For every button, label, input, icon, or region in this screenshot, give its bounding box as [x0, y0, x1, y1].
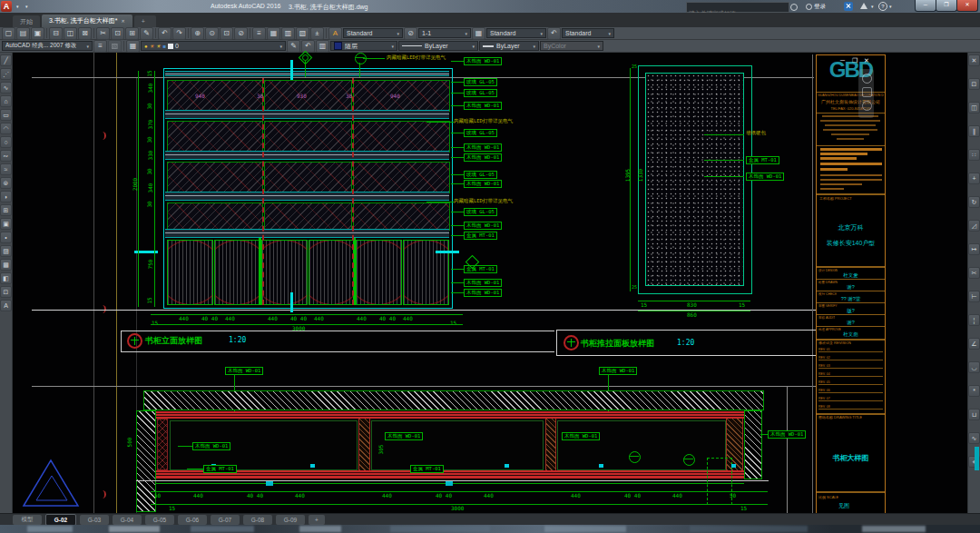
tab-add-layout[interactable]: +	[309, 515, 325, 525]
workspace-settings-icon[interactable]: ≡	[93, 40, 107, 53]
mleader-style-icon[interactable]: ↶	[547, 27, 561, 40]
plot-icon[interactable]: ⊟	[49, 27, 63, 40]
polyline-icon[interactable]: ∿	[0, 82, 12, 94]
copy-icon[interactable]: ⊡	[968, 78, 980, 90]
tab-start[interactable]: 开始	[13, 15, 40, 27]
region-icon[interactable]: ◧	[0, 272, 12, 284]
hatch-icon[interactable]: ▨	[0, 245, 12, 257]
line-icon[interactable]: ╱	[0, 54, 12, 66]
tab-g09[interactable]: G-09	[276, 515, 305, 525]
open-icon[interactable]: ▤	[16, 27, 30, 40]
offset-icon[interactable]: ∥	[968, 125, 980, 137]
doc-minimize-button[interactable]: ─	[840, 57, 845, 64]
break-icon[interactable]: ¦	[968, 314, 980, 326]
zoom-window-icon[interactable]: ⊡	[220, 27, 233, 40]
copy-clip-icon[interactable]: ⊡	[111, 27, 124, 40]
paste-icon[interactable]: ⊞	[125, 27, 139, 40]
text-style-icon[interactable]: A	[328, 27, 342, 40]
tab-g05[interactable]: G-05	[145, 515, 174, 525]
redo-icon[interactable]: ↷	[172, 27, 186, 40]
move-icon[interactable]: +	[968, 173, 980, 184]
ellipse-icon[interactable]: ⊜	[0, 177, 12, 189]
point-icon[interactable]: •	[0, 232, 12, 243]
mleader-style-combo[interactable]: Standard▾	[562, 28, 614, 38]
autocad-app-icon[interactable]: A	[1, 1, 12, 12]
pan-tool-icon[interactable]	[862, 87, 872, 97]
publish-icon[interactable]: ⊠	[78, 27, 92, 40]
calculator-icon[interactable]: ±	[310, 27, 324, 40]
properties-icon[interactable]: ≡	[252, 27, 266, 40]
tab-new[interactable]: +	[134, 15, 156, 27]
fillet-icon[interactable]: ◡	[968, 361, 980, 373]
tab-close-icon[interactable]: ✕	[121, 18, 124, 24]
workspace-combo[interactable]: AutoCAD 经典... 2007 修改▾	[2, 41, 93, 51]
array-icon[interactable]: ∷	[968, 149, 980, 161]
help-dropdown-icon[interactable]: ▾	[889, 4, 892, 9]
cut-icon[interactable]: ✂	[96, 27, 110, 40]
stretch-icon[interactable]: ↦	[968, 243, 980, 255]
layer-previous-icon[interactable]: ↶	[301, 40, 315, 53]
a360-icon[interactable]	[860, 3, 867, 9]
tab-drawing[interactable]: 3.书柜, 洗手台柜大样图* ✕	[42, 15, 132, 27]
join-icon[interactable]: ⊔	[968, 409, 980, 420]
extend-icon[interactable]: ⊢	[968, 291, 980, 302]
text-style-combo[interactable]: Standard▾	[343, 28, 403, 38]
tool-palettes-icon[interactable]: ▥	[281, 27, 295, 40]
zoom-tool-icon[interactable]	[862, 101, 872, 111]
tab-g08[interactable]: G-08	[243, 515, 272, 525]
save-icon[interactable]: ▣	[31, 27, 44, 40]
mirror-icon[interactable]: ◫	[968, 102, 980, 114]
dim-style-combo[interactable]: 1-1▾	[418, 28, 471, 38]
lineweight-combo[interactable]: ByLayer ▾	[479, 41, 539, 51]
pan-icon[interactable]: ⊕	[191, 27, 204, 40]
linetype-combo[interactable]: ByLayer ▾	[398, 41, 478, 51]
match-properties-icon[interactable]: ✎	[140, 27, 153, 40]
explode-icon[interactable]: *	[968, 385, 980, 397]
steering-wheel-icon[interactable]	[862, 74, 872, 84]
tab-g04[interactable]: G-04	[113, 515, 142, 525]
circle-icon[interactable]: ○	[0, 136, 12, 148]
tab-g06[interactable]: G-06	[178, 515, 207, 525]
layer-combo[interactable]: ● ☀ ☀ ■ 0 ▾	[141, 41, 286, 51]
rotate-icon[interactable]: ↻	[968, 196, 980, 208]
color-combo[interactable]: 随层 ▾	[330, 41, 397, 51]
plot-preview-icon[interactable]: ◫	[64, 27, 77, 40]
designcenter-icon[interactable]: ▦	[267, 27, 280, 40]
zoom-previous-icon[interactable]: ⊘	[234, 27, 248, 40]
make-current-icon[interactable]: ✎	[287, 40, 300, 53]
search-icon[interactable]	[790, 4, 798, 11]
tab-model[interactable]: 模型	[13, 515, 42, 525]
minimize-button[interactable]: ─	[915, 0, 936, 12]
rectangle-icon[interactable]: ▭	[0, 109, 12, 121]
gradient-icon[interactable]: ▩	[0, 259, 12, 271]
palette-tab[interactable]	[975, 447, 979, 470]
layer-states-icon[interactable]: ▥	[316, 40, 329, 53]
tab-g07[interactable]: G-07	[211, 515, 240, 525]
spline-icon[interactable]: ≈	[0, 163, 12, 175]
polygon-icon[interactable]: ⌂	[0, 95, 12, 107]
close-button[interactable]: ✕	[956, 0, 978, 12]
chamfer-icon[interactable]: ∠	[968, 338, 980, 350]
table-style-icon[interactable]: ▦	[472, 27, 485, 40]
signin-person-icon[interactable]	[806, 4, 812, 10]
a360-dropdown-icon[interactable]: ▾	[871, 4, 874, 9]
doc-restore-button[interactable]: ❐	[852, 57, 858, 64]
ellipse-arc-icon[interactable]: ◗	[0, 191, 12, 202]
sheetset-icon[interactable]: ▧	[296, 27, 309, 40]
mtext-icon[interactable]: A	[0, 300, 12, 311]
qat-dropdown-icon-2[interactable]: ▾	[25, 4, 28, 9]
erase-icon[interactable]: ✕	[968, 54, 980, 66]
scale-icon[interactable]: ◿	[968, 220, 980, 232]
dim-style-icon[interactable]: ⊘	[404, 27, 417, 40]
exchange-apps-icon[interactable]	[844, 2, 853, 11]
layer-properties-icon[interactable]: ▦	[126, 40, 140, 53]
construction-line-icon[interactable]: ⋰	[0, 68, 12, 80]
trim-icon[interactable]: ✂	[968, 267, 980, 279]
doc-close-button[interactable]: ✕	[864, 57, 869, 64]
infocenter-search[interactable]	[686, 2, 789, 13]
tab-g03[interactable]: G-03	[80, 515, 109, 525]
insert-block-icon[interactable]: ⊞	[0, 204, 12, 216]
create-block-icon[interactable]: ▣	[0, 218, 12, 230]
table-style-combo[interactable]: Standard▾	[486, 28, 546, 38]
blend-icon[interactable]: ∿	[968, 432, 980, 444]
